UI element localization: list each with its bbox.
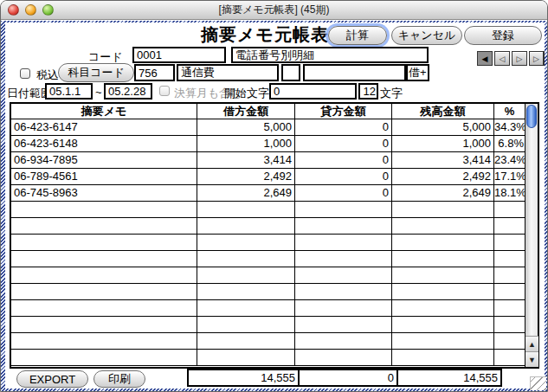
table-header-row: 摘要メモ 借方金額 貸方金額 残高金額 % [11, 104, 525, 119]
char-count-input[interactable] [358, 83, 378, 100]
resize-grip-icon[interactable] [530, 376, 546, 390]
col-header-pct: % [494, 104, 525, 119]
table-row-empty [11, 235, 525, 251]
scrollbar-track[interactable] [526, 105, 537, 335]
table-row[interactable]: 06-789-4561 2,492 0 2,492 17.1% [11, 169, 525, 185]
first-record-icon[interactable]: ◀ [477, 51, 493, 66]
cancel-button[interactable]: キャンセル [391, 26, 462, 45]
total-credit: 0 [298, 369, 398, 387]
scroll-down-icon[interactable]: ▼ [525, 351, 538, 367]
memo-table: 摘要メモ 借方金額 貸方金額 残高金額 % 06-423-6147 5,000 … [10, 102, 539, 369]
table-row-empty [11, 251, 525, 267]
last-record-icon[interactable]: ▷ [529, 51, 545, 66]
zoom-icon[interactable] [42, 4, 54, 16]
app-window: [摘要メモ元帳表] (45期) 摘要メモ元帳表 計算 キャンセル 登録 コード … [0, 0, 548, 392]
table-row-empty [11, 300, 525, 317]
form-content: 摘要メモ元帳表 計算 キャンセル 登録 コード ◀ ◁ ▷ ▷ 税込 科目コード… [5, 22, 545, 389]
subject-code-input[interactable] [134, 64, 175, 81]
total-balance: 14,555 [396, 369, 502, 387]
titlebar[interactable]: [摘要メモ元帳表] (45期) [1, 1, 547, 20]
minimize-icon[interactable] [25, 4, 36, 16]
col-header-credit: 貸方金額 [295, 104, 392, 119]
col-header-balance: 残高金額 [392, 104, 494, 119]
col-header-debit: 借方金額 [197, 104, 295, 119]
table-row-empty [11, 350, 525, 366]
subject-code-button[interactable]: 科目コード [58, 63, 134, 82]
print-button[interactable]: 印刷 [93, 370, 145, 388]
tax-included-label: 税込 [36, 67, 59, 83]
sub-field-2[interactable] [303, 64, 406, 81]
table-body: 06-423-6147 5,000 0 5,000 34.3% 06-423-6… [11, 119, 525, 366]
next-record-icon[interactable]: ▷ [512, 51, 527, 66]
window-title: [摘要メモ元帳表] (45期) [219, 3, 330, 17]
col-header-memo: 摘要メモ [11, 104, 197, 119]
vertical-scrollbar[interactable]: ▲ ▼ [525, 104, 538, 367]
table-row-empty [11, 218, 525, 235]
table-row[interactable]: 06-745-8963 2,649 0 2,649 18.1% [11, 185, 525, 202]
focus-frame: 摘要メモ元帳表 計算 キャンセル 登録 コード ◀ ◁ ▷ ▷ 税込 科目コード… [1, 21, 547, 391]
date-to-input[interactable] [104, 83, 152, 100]
table-row[interactable]: 06-423-6147 5,000 0 5,000 34.3% [11, 119, 525, 136]
date-tilde: ~ [95, 86, 102, 99]
table-row-empty [11, 333, 525, 350]
close-icon[interactable] [8, 4, 19, 16]
register-button[interactable]: 登録 [464, 26, 542, 45]
table-row-empty [11, 284, 525, 300]
char-count-suffix: 文字 [380, 86, 403, 101]
code-input[interactable] [132, 47, 226, 63]
table-row-empty [11, 267, 525, 284]
tax-included-checkbox[interactable] [20, 68, 30, 79]
debit-flag-box: 借+ [406, 64, 429, 81]
table-row[interactable]: 06-423-6148 1,000 0 1,000 6.8% [11, 136, 525, 152]
table-row-empty [11, 202, 525, 218]
scrollbar-thumb[interactable] [526, 105, 537, 128]
export-button[interactable]: EXPORT [16, 370, 88, 388]
sub-field-1[interactable] [281, 64, 300, 81]
date-from-input[interactable] [45, 83, 93, 100]
calc-button[interactable]: 計算 [328, 26, 387, 45]
include-closing-checkbox [159, 86, 170, 96]
record-nav: ◀ ◁ ▷ ▷ [477, 51, 545, 66]
subject-name-input[interactable] [177, 64, 279, 81]
scroll-up-icon[interactable]: ▲ [525, 336, 538, 351]
start-string-input[interactable] [269, 83, 357, 100]
prev-record-icon[interactable]: ◁ [494, 51, 510, 66]
table-row-empty [11, 317, 525, 333]
table-row[interactable]: 06-934-7895 3,414 0 3,414 23.4% [11, 152, 525, 169]
total-debit: 14,555 [187, 369, 300, 387]
code-name-input[interactable] [231, 47, 429, 63]
